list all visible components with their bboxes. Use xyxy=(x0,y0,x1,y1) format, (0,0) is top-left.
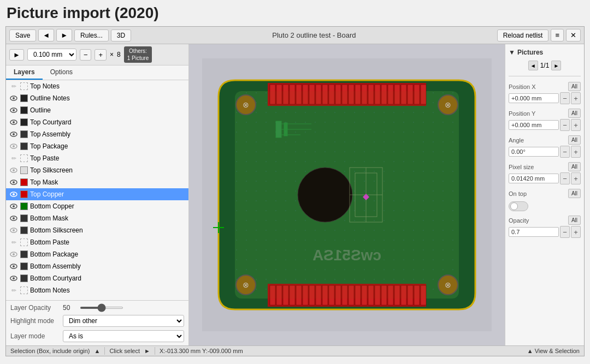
eye-icon[interactable] xyxy=(9,142,18,151)
pos-y-value: +0.000 mm xyxy=(509,120,559,130)
layer-color-swatch xyxy=(20,94,28,102)
3d-button[interactable]: 3D xyxy=(111,29,131,41)
selection-arrow-icon: ▲ xyxy=(95,348,101,354)
on-top-all-button[interactable]: All xyxy=(568,189,581,198)
layer-item[interactable]: Top Mask xyxy=(6,176,188,188)
eye-icon[interactable] xyxy=(9,130,18,139)
eye-icon[interactable] xyxy=(9,166,18,175)
click-select-label: Click select xyxy=(109,348,140,354)
save-button[interactable]: Save xyxy=(9,29,36,41)
layer-name-label: Bottom Package xyxy=(30,250,185,258)
svg-point-7 xyxy=(13,133,15,135)
menu-button[interactable]: ≡ xyxy=(551,29,564,41)
pos-x-minus-button[interactable]: − xyxy=(560,92,570,104)
panel-arrow-button[interactable]: ► xyxy=(9,49,24,61)
pixel-size-all-button[interactable]: All xyxy=(568,162,581,171)
layer-item[interactable]: Top Assembly xyxy=(6,128,188,140)
opacity-minus-button[interactable]: − xyxy=(560,226,570,238)
pos-y-label: Position Y xyxy=(509,110,535,117)
layer-mode-select[interactable]: As is Locked xyxy=(63,330,184,342)
canvas-area[interactable]: ⊗ ⊗ ⊗ ⊗ xyxy=(189,44,505,345)
click-arrow-icon: ► xyxy=(144,348,150,354)
opacity-plus-button[interactable]: + xyxy=(571,226,581,238)
svg-point-27 xyxy=(13,277,15,279)
eye-icon[interactable] xyxy=(9,262,18,271)
pencil-icon[interactable]: ✏ xyxy=(9,238,18,247)
pictures-nav: ◄ 1/1 ► xyxy=(509,61,581,70)
eye-icon[interactable] xyxy=(9,106,18,115)
highlight-mode-select[interactable]: Dim other Highlight selected xyxy=(63,315,184,327)
tab-layers[interactable]: Layers xyxy=(6,65,43,80)
grid-size-select[interactable]: 0.100 mm 0.050 mm 0.025 mm xyxy=(27,49,76,61)
pos-y-all-button[interactable]: All xyxy=(568,109,581,118)
eye-icon[interactable] xyxy=(9,178,18,187)
opacity-slider[interactable] xyxy=(80,307,123,309)
pos-x-row: Position X All +0.000 mm − + xyxy=(509,82,581,104)
svg-point-23 xyxy=(13,253,15,255)
on-top-toggle[interactable] xyxy=(509,201,528,211)
reload-netlist-button[interactable]: Reload netlist xyxy=(497,29,549,41)
layer-name-label: Top Courtyard xyxy=(30,118,185,126)
eye-icon[interactable] xyxy=(9,118,18,127)
layer-item[interactable]: Top Package xyxy=(6,140,188,152)
pixel-size-minus-button[interactable]: − xyxy=(560,172,570,184)
pencil-icon[interactable]: ✏ xyxy=(9,154,18,163)
tab-options[interactable]: Options xyxy=(43,65,80,80)
layer-item[interactable]: ✏Top Paste xyxy=(6,152,188,164)
layer-item[interactable]: Top Copper xyxy=(6,188,188,200)
opacity-all-button[interactable]: All xyxy=(568,216,581,225)
rules-button[interactable]: Rules... xyxy=(74,29,109,41)
close-button[interactable]: ✕ xyxy=(566,29,581,41)
layer-mode-label: Layer mode xyxy=(10,332,60,340)
layer-item[interactable]: Outline Notes xyxy=(6,92,188,104)
pos-y-minus-button[interactable]: − xyxy=(560,119,570,131)
layer-color-swatch xyxy=(20,287,28,294)
layer-item[interactable]: Bottom Mask xyxy=(6,212,188,224)
pictures-prev-button[interactable]: ◄ xyxy=(528,61,538,70)
eye-icon[interactable] xyxy=(9,250,18,259)
pictures-next-button[interactable]: ► xyxy=(551,61,561,70)
layer-item[interactable]: Bottom Assembly xyxy=(6,260,188,272)
svg-point-19 xyxy=(13,217,15,219)
grid-plus-button[interactable]: + xyxy=(95,49,107,61)
eye-icon[interactable] xyxy=(9,214,18,223)
layer-name-label: Bottom Notes xyxy=(30,287,185,294)
grid-minus-button[interactable]: − xyxy=(80,49,92,61)
layer-item[interactable]: Bottom Courtyard xyxy=(6,272,188,284)
layer-item[interactable]: Top Courtyard xyxy=(6,116,188,128)
layer-item[interactable]: Bottom Silkscreen xyxy=(6,224,188,236)
layer-item[interactable]: ✏Bottom Notes xyxy=(6,284,188,296)
on-top-row: On top All xyxy=(509,189,581,211)
eye-icon[interactable] xyxy=(9,274,18,283)
angle-minus-button[interactable]: − xyxy=(560,146,570,158)
pos-y-plus-button[interactable]: + xyxy=(571,119,581,131)
redo-button[interactable]: ► xyxy=(56,29,72,41)
layer-item[interactable]: Top Silkscreen xyxy=(6,164,188,176)
layer-item[interactable]: ✏Bottom Paste xyxy=(6,236,188,248)
angle-all-button[interactable]: All xyxy=(568,135,581,145)
layer-item[interactable]: ✏Top Notes xyxy=(6,80,188,92)
tab-bar: Layers Options xyxy=(6,65,188,80)
opacity-label: Layer Opacity xyxy=(10,304,60,312)
status-bar: Selection (Box, include origin) ▲ Click … xyxy=(6,345,584,356)
layer-item[interactable]: Outline xyxy=(6,104,188,116)
angle-plus-button[interactable]: + xyxy=(571,146,581,158)
eye-icon[interactable] xyxy=(9,190,18,199)
pencil-icon[interactable]: ✏ xyxy=(9,82,18,91)
eye-icon[interactable] xyxy=(9,226,18,235)
panel-top-bar: ► 0.100 mm 0.050 mm 0.025 mm − + × 8 Oth… xyxy=(6,44,188,65)
svg-point-3 xyxy=(13,109,15,111)
pencil-icon[interactable]: ✏ xyxy=(9,286,18,295)
eye-icon[interactable] xyxy=(9,202,18,211)
eye-icon[interactable] xyxy=(9,94,18,103)
pos-x-plus-button[interactable]: + xyxy=(571,92,581,104)
pos-x-all-button[interactable]: All xyxy=(568,82,581,91)
pixel-size-plus-button[interactable]: + xyxy=(571,172,581,184)
layer-name-label: Bottom Mask xyxy=(30,214,185,222)
angle-row: Angle All 0.00° − + xyxy=(509,135,581,158)
svg-point-15 xyxy=(13,193,15,195)
layer-item[interactable]: Bottom Copper xyxy=(6,200,188,212)
undo-button[interactable]: ◄ xyxy=(38,29,54,41)
layer-item[interactable]: Bottom Package xyxy=(6,248,188,260)
angle-value: 0.00° xyxy=(509,147,559,157)
